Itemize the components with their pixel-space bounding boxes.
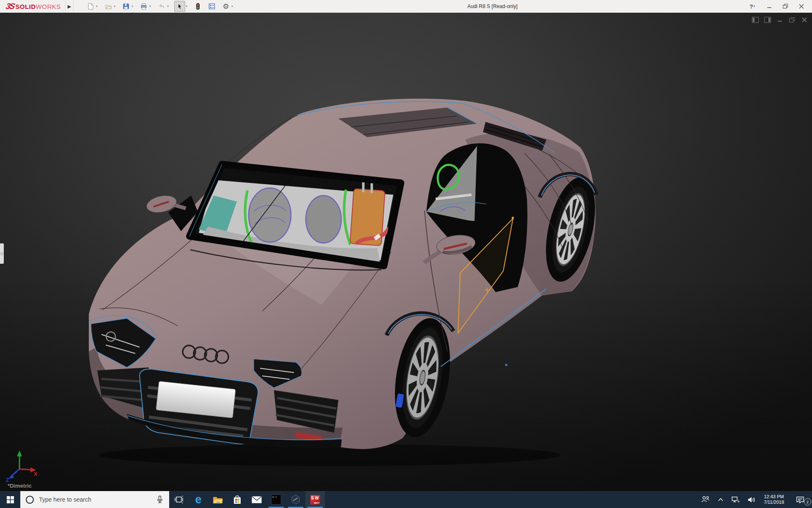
mail-icon <box>252 496 262 503</box>
action-center-button[interactable]: 2 <box>788 491 812 508</box>
save-button[interactable] <box>121 1 131 11</box>
doc-restore-icon <box>789 17 795 22</box>
new-document-icon <box>87 3 94 10</box>
new-dropdown-caret[interactable]: ▾ <box>96 5 99 8</box>
minimize-icon <box>767 4 772 8</box>
graphics-area[interactable]: X Z *Dimetric <box>0 13 812 491</box>
seat-right <box>306 196 341 243</box>
title-bar: 3S SOLID WORKS ▶ ▾ ▾ ▾ ▾ ▾ <box>0 0 812 13</box>
menu-flyout-arrow[interactable]: ▶ <box>65 1 74 12</box>
select-cursor-icon <box>176 3 183 10</box>
taskbar-app-edge[interactable]: e <box>189 491 208 508</box>
volume-button[interactable] <box>743 491 760 508</box>
file-explorer-icon <box>213 495 223 504</box>
doc-close-button[interactable] <box>801 17 808 23</box>
undo-icon <box>158 3 165 10</box>
feature-tree-collapsed-tab[interactable] <box>0 243 4 264</box>
close-icon <box>799 4 804 9</box>
taskbar-app-command-prompt[interactable]: C:\ <box>266 491 286 508</box>
edge-icon: e <box>195 494 201 505</box>
people-icon <box>701 496 710 503</box>
tab-dot-icon <box>0 252 3 255</box>
save-floppy-icon <box>123 3 129 10</box>
pane-right-icon <box>764 17 771 23</box>
taskbar-app-mail[interactable] <box>247 491 266 508</box>
microphone-icon[interactable] <box>156 495 164 504</box>
speaker-icon <box>747 496 756 503</box>
print-button[interactable] <box>139 1 149 11</box>
taskbar-app-solidworks[interactable]: SW2017 <box>305 491 325 508</box>
hexagon-app-icon <box>291 494 301 505</box>
help-button[interactable]: ?▾ <box>747 1 760 11</box>
windows-taskbar: Type here to search e C:\ SW2017 <box>0 491 812 508</box>
taskbar-app-store[interactable] <box>228 491 247 508</box>
minimize-button[interactable] <box>763 1 776 11</box>
view-orientation-label: *Dimetric <box>8 483 32 489</box>
select-dropdown-caret[interactable]: ▾ <box>186 5 189 8</box>
close-button[interactable] <box>795 1 808 11</box>
store-icon <box>233 495 241 504</box>
seat-left <box>249 188 291 242</box>
open-dropdown-caret[interactable]: ▾ <box>114 5 117 8</box>
traffic-light-icon <box>195 3 201 10</box>
display-pane-icon <box>208 3 215 10</box>
hidden-icons-button[interactable] <box>714 491 727 508</box>
clock-date: 7/11/2018 <box>764 500 784 505</box>
clock-time: 12:43 PM <box>764 494 784 500</box>
people-button[interactable] <box>697 491 714 508</box>
undo-dropdown-caret[interactable]: ▾ <box>167 5 170 8</box>
dassault-3s-logo-icon: 3S <box>5 2 15 11</box>
vertex-point <box>505 364 508 366</box>
pane-left-toggle-button[interactable] <box>752 17 759 23</box>
task-view-icon <box>175 496 183 503</box>
cortana-icon <box>26 496 34 504</box>
solidworks-logo: 3S SOLID WORKS <box>6 2 61 11</box>
orientation-triad[interactable]: X Z <box>5 450 41 485</box>
search-placeholder: Type here to search <box>39 496 156 503</box>
display-pane-button[interactable] <box>207 1 217 11</box>
notification-badge: 2 <box>804 498 811 505</box>
windows-logo-icon <box>7 496 14 503</box>
select-tool-button[interactable] <box>174 1 185 12</box>
pane-right-toggle-button[interactable] <box>764 17 771 23</box>
help-dropdown-caret[interactable]: ▾ <box>753 5 757 8</box>
taskbar-app-hexagon[interactable] <box>286 491 305 508</box>
brand-solid: SOLID <box>15 3 36 10</box>
standard-toolbar: ▾ ▾ ▾ ▾ ▾ ▾ <box>85 1 239 12</box>
brand-works: WORKS <box>36 3 61 10</box>
print-dropdown-caret[interactable]: ▾ <box>149 5 153 8</box>
options-dropdown-caret[interactable]: ▾ <box>231 5 235 8</box>
new-document-button[interactable] <box>85 1 96 11</box>
solidworks-2017-icon: SW2017 <box>310 495 320 505</box>
window-title: Audi R8 S [Read-only] <box>467 0 518 13</box>
gear-icon: ⚙ <box>223 3 229 10</box>
open-document-button[interactable] <box>103 1 113 11</box>
task-view-button[interactable] <box>169 491 189 508</box>
start-button[interactable] <box>0 491 20 508</box>
pane-left-icon <box>752 17 759 23</box>
triad-x-label: X <box>34 471 37 477</box>
restore-button[interactable] <box>779 1 792 11</box>
action-center-icon <box>796 496 804 503</box>
doc-minimize-button[interactable] <box>776 17 783 23</box>
doc-close-icon <box>802 17 807 22</box>
chevron-up-icon <box>718 497 724 502</box>
appearance-traffic-light-button[interactable] <box>193 1 203 11</box>
clock[interactable]: 12:43 PM 7/11/2018 <box>760 491 788 508</box>
triad-z-label: Z <box>6 477 9 483</box>
document-window-controls <box>752 17 808 23</box>
network-button[interactable] <box>727 491 743 508</box>
system-tray: 12:43 PM 7/11/2018 2 <box>697 491 812 508</box>
options-button[interactable]: ⚙ <box>221 1 231 11</box>
doc-restore-button[interactable] <box>789 17 796 23</box>
save-dropdown-caret[interactable]: ▾ <box>132 5 135 8</box>
command-prompt-icon: C:\ <box>271 494 281 505</box>
restore-icon <box>783 4 788 9</box>
car-model-audi-r8[interactable] <box>0 13 812 491</box>
open-folder-icon <box>105 3 112 10</box>
search-box[interactable]: Type here to search <box>20 491 169 508</box>
doc-minimize-icon <box>777 17 782 22</box>
print-icon <box>140 3 147 10</box>
undo-button[interactable] <box>156 1 167 11</box>
taskbar-app-file-explorer[interactable] <box>208 491 228 508</box>
